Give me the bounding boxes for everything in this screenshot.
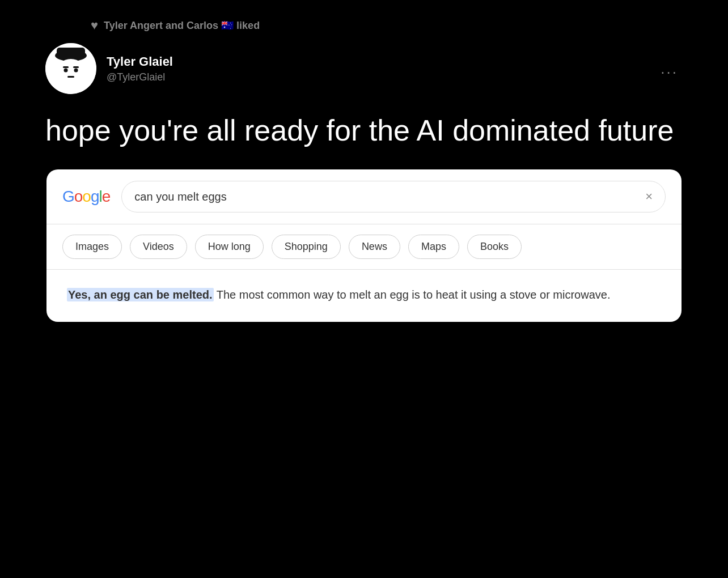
tweet-text: hope you're all ready for the AI dominat… [45,112,683,149]
author-info: Tyler Glaiel @TylerGlaiel [107,54,173,83]
liked-text: Tyler Angert and Carlos 🇦🇺 liked [104,19,260,32]
google-result: Yes, an egg can be melted. The most comm… [46,270,682,322]
svg-rect-8 [67,76,74,78]
svg-point-3 [56,59,86,86]
svg-rect-2 [57,48,85,57]
filter-pill-images[interactable]: Images [62,235,122,259]
google-logo: Google [62,188,110,206]
filter-pill-videos[interactable]: Videos [130,235,187,259]
filter-pills: Images Videos How long Shopping News Map… [46,224,682,270]
author-row: Tyler Glaiel @TylerGlaiel ... [45,43,683,94]
heart-icon: ♥ [91,18,98,33]
svg-point-4 [64,69,68,73]
google-o1: o [74,188,83,205]
search-query: can you melt eggs [134,190,226,203]
filter-pill-books[interactable]: Books [467,235,522,259]
result-rest-text: The most common way to melt an egg is to… [214,288,611,301]
tweet-container: ♥ Tyler Angert and Carlos 🇦🇺 liked [0,0,728,345]
result-text: Yes, an egg can be melted. The most comm… [67,286,661,304]
google-card: Google can you melt eggs × Images Videos… [46,169,682,322]
svg-point-9 [53,69,59,76]
author-handle[interactable]: @TylerGlaiel [107,71,173,83]
svg-rect-7 [73,66,79,68]
google-e: e [102,188,111,205]
svg-point-5 [74,69,78,73]
google-g2: g [91,188,99,205]
filter-pill-news[interactable]: News [349,235,400,259]
svg-point-10 [83,69,88,76]
google-o2: o [82,188,91,205]
author-name[interactable]: Tyler Glaiel [107,54,173,69]
svg-rect-6 [63,66,69,68]
more-options-button[interactable]: ... [656,56,683,82]
google-g: G [62,188,74,205]
author-left: Tyler Glaiel @TylerGlaiel [45,43,173,94]
filter-pill-shopping[interactable]: Shopping [272,235,341,259]
avatar[interactable] [45,43,96,94]
liked-row: ♥ Tyler Angert and Carlos 🇦🇺 liked [45,18,683,33]
google-search-bar: Google can you melt eggs × [46,169,682,224]
filter-pill-maps[interactable]: Maps [408,235,459,259]
search-box[interactable]: can you melt eggs × [121,181,666,212]
result-bold-text: Yes, an egg can be melted. [67,288,214,301]
filter-pill-how-long[interactable]: How long [195,235,264,259]
clear-search-icon[interactable]: × [645,189,653,204]
